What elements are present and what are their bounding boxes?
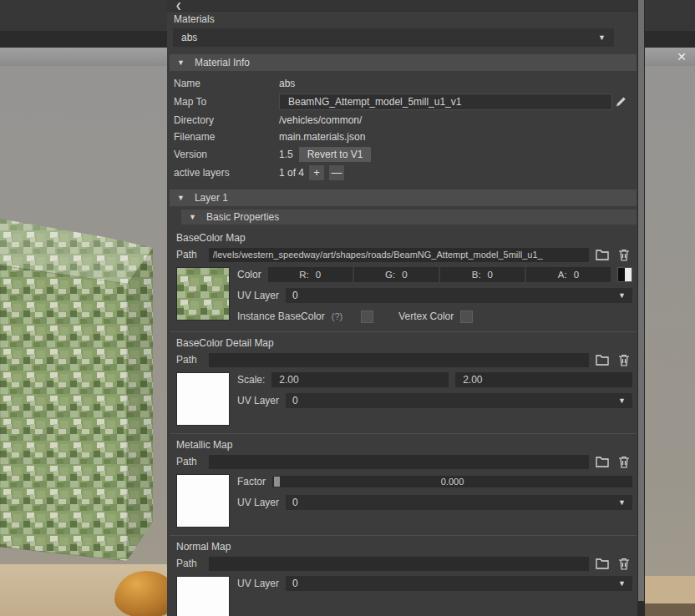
chevron-down-icon: ▼ [598,34,606,42]
chevron-down-icon: ▼ [618,499,626,507]
scale-y-input[interactable] [455,372,632,387]
delete-texture-icon[interactable] [616,453,632,470]
app-window: ✕ ❮ Materials abs ▼ ▼ Material Info Name… [0,0,695,616]
metallic-thumbnail[interactable] [176,474,230,528]
remove-layer-button[interactable]: — [329,165,344,180]
factor-slider[interactable]: 0.000 [272,476,632,487]
close-icon[interactable]: ✕ [673,49,690,64]
add-layer-button[interactable]: + [309,165,324,180]
delete-texture-icon[interactable] [616,555,632,572]
factor-label: Factor [237,476,266,487]
delete-texture-icon[interactable] [616,351,632,368]
path-label: Path [176,354,197,366]
normal-path-input[interactable] [209,557,589,571]
collapse-icon: ▼ [177,59,185,67]
material-info-header[interactable]: ▼ Material Info [170,54,637,71]
metallic-map-title: Metallic Map [176,437,632,452]
scale-x-input[interactable] [271,372,449,387]
panel-scrollbar[interactable] [637,0,645,616]
name-value: abs [279,78,295,89]
ground-edge-right [645,603,695,616]
instance-basecolor-checkbox[interactable] [361,311,373,323]
metallic-body: Factor 0.000 UV Layer 0 ▼ [176,474,632,528]
uv-value: 0 [292,290,618,301]
material-editor-panel: ❮ Materials abs ▼ ▼ Material Info Name a… [167,0,637,616]
vertex-color-checkbox[interactable] [460,311,473,323]
basecolor-body: Color R: 0 G: 0 B: [176,267,632,324]
basecolor-thumbnail[interactable] [176,267,230,321]
map-to-row: Map To [167,92,637,112]
directory-value: /vehicles/common/ [279,114,362,126]
metallic-uv-dropdown[interactable]: 0 ▼ [286,495,632,510]
metallic-map-section: Metallic Map Path Factor [170,433,637,535]
scrollbar-thumb[interactable] [638,0,644,601]
color-swatch[interactable] [617,267,632,282]
folder-open-icon[interactable] [594,246,611,263]
directory-label: Directory [174,114,279,126]
active-layers-value: 1 of 4 [279,167,304,179]
uv-layer-label: UV Layer [237,578,279,589]
layer-1-header[interactable]: ▼ Layer 1 [170,189,637,206]
version-label: Version [174,149,279,160]
map-to-input[interactable] [279,93,612,110]
channel-label: G: [385,270,395,280]
basecolor-map-section: BaseColor Map Path Color [170,227,637,331]
help-icon: (?) [332,311,342,321]
folder-open-icon[interactable] [594,351,611,368]
normal-uv-dropdown[interactable]: 0 ▼ [286,576,632,591]
uv-layer-row: UV Layer 0 ▼ [237,495,632,510]
folder-open-icon[interactable] [594,453,611,470]
normal-thumbnail[interactable] [176,576,230,616]
slider-thumb[interactable] [274,477,280,487]
basic-properties-title: Basic Properties [206,211,279,223]
normal-map-section: Normal Map Path UV Layer 0 [170,535,637,616]
directory-row: Directory /vehicles/common/ [167,112,637,129]
layer-1-title: Layer 1 [195,192,228,204]
revert-to-v1-button[interactable]: Revert to V1 [299,147,372,162]
path-label: Path [176,249,197,260]
vertex-color-label: Vertex Color [398,311,454,322]
factor-value: 0.000 [441,477,464,487]
edit-pencil-icon[interactable] [612,93,629,110]
delete-texture-icon[interactable] [616,246,632,263]
color-channel-b[interactable]: B: 0 [440,267,525,282]
channel-value: 0 [316,270,321,280]
color-channel-r[interactable]: R: 0 [268,267,353,282]
instance-basecolor-label: Instance BaseColor [237,311,325,322]
basecolor-path-input[interactable] [209,248,589,262]
filename-value: main.materials.json [279,131,365,143]
normal-map-title: Normal Map [176,539,632,554]
uv-layer-label: UV Layer [237,290,279,301]
filename-row: Filename main.materials.json [167,129,637,145]
uv-layer-row: UV Layer 0 ▼ [237,288,632,303]
detail-uv-dropdown[interactable]: 0 ▼ [286,393,632,408]
chevron-down-icon: ▼ [618,580,626,588]
material-select-dropdown[interactable]: abs ▼ [173,28,614,47]
uv-value: 0 [292,497,618,508]
metallic-path-input[interactable] [209,455,589,469]
color-channels: R: 0 G: 0 B: 0 [268,267,611,282]
basecolor-path-row: Path [176,245,632,264]
color-channel-a[interactable]: A: 0 [526,267,611,282]
metallic-path-row: Path [176,452,632,471]
name-row: Name abs [167,75,637,92]
basic-properties-header[interactable]: ▼ Basic Properties [181,210,637,225]
color-channel-g[interactable]: G: 0 [354,267,439,282]
color-row: Color R: 0 G: 0 B: [237,267,632,282]
detail-path-input[interactable] [209,353,589,367]
material-info-title: Material Info [195,57,250,68]
basecolor-detail-map-section: BaseColor Detail Map Path Scale: [170,331,637,433]
scale-label: Scale: [237,374,265,386]
basecolor-map-title: BaseColor Map [176,230,632,245]
detail-path-row: Path [176,351,632,369]
channel-value: 0 [488,270,493,280]
name-label: Name [174,78,279,89]
version-row: Version 1.5 Revert to V1 [167,145,637,164]
folder-open-icon[interactable] [594,555,611,572]
basecolor-uv-dropdown[interactable]: 0 ▼ [286,288,632,303]
detail-thumbnail[interactable] [176,372,230,426]
collapse-icon: ▼ [177,194,185,202]
back-icon[interactable]: ❮ [175,2,182,10]
instance-vertex-row: Instance BaseColor (?) Vertex Color [237,309,632,324]
textured-cube-3d [0,200,167,568]
